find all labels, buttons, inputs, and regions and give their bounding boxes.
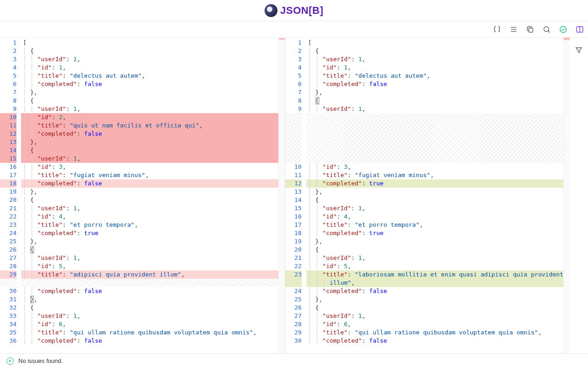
- right-toolbar: [570, 38, 588, 353]
- list-icon[interactable]: [509, 25, 518, 34]
- brand-name: JSON[B]: [280, 5, 323, 17]
- left-code[interactable]: [│ {│ │ "userId": 1,│ │ "id": 1,│ │ "tit…: [21, 38, 278, 353]
- copy-icon[interactable]: [526, 25, 535, 34]
- brand-logo-icon: [265, 4, 277, 17]
- svg-line-5: [548, 31, 550, 33]
- check-circle-icon[interactable]: [559, 25, 568, 34]
- right-minimap[interactable]: [563, 38, 570, 353]
- search-icon[interactable]: [542, 25, 551, 34]
- status-ok-icon: ✕: [6, 357, 14, 365]
- braces-icon[interactable]: [492, 25, 502, 34]
- right-pane[interactable]: 1234567891011+1213141516171819202122+23+…: [285, 38, 570, 353]
- svg-rect-3: [529, 28, 533, 32]
- left-minimap[interactable]: [278, 38, 285, 353]
- left-pane[interactable]: 123456789-10-11-12-13-14-151617-18192021…: [0, 38, 285, 353]
- status-message: No issues found.: [18, 357, 63, 364]
- brand-logo[interactable]: JSON[B]: [265, 4, 323, 17]
- filter-icon[interactable]: [574, 45, 584, 55]
- right-gutter: 1234567891011+1213141516171819202122+23+…: [285, 38, 306, 353]
- status-bar: ✕ No issues found.: [0, 353, 588, 368]
- svg-point-6: [560, 26, 566, 33]
- columns-icon[interactable]: [575, 25, 584, 34]
- right-code[interactable]: [│ {│ │ "userId": 1,│ │ "id": 1,│ │ "tit…: [306, 38, 564, 353]
- left-gutter: 123456789-10-11-12-13-14-151617-18192021…: [0, 38, 21, 353]
- app-header: JSON[B]: [0, 0, 588, 21]
- top-toolbar: [0, 21, 588, 38]
- diff-editor: 123456789-10-11-12-13-14-151617-18192021…: [0, 38, 588, 353]
- svg-point-4: [544, 27, 549, 32]
